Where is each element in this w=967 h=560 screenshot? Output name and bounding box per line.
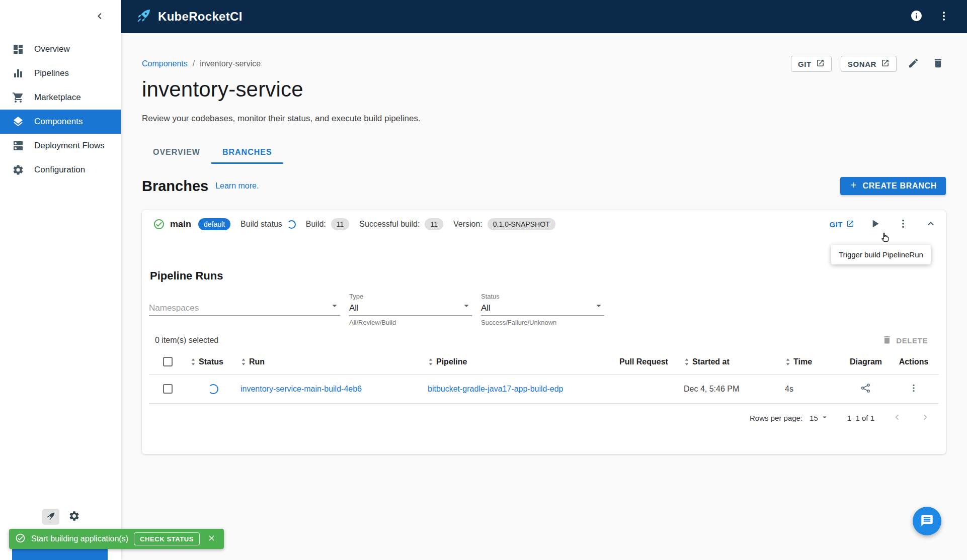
page-subtitle: Review your codebases, monitor their sta… xyxy=(142,114,946,124)
topbar-menu-button[interactable] xyxy=(936,8,952,26)
breadcrumb-separator: / xyxy=(193,59,195,68)
sonar-button-label: SONAR xyxy=(848,60,876,68)
branches-heading: Branches xyxy=(142,178,208,195)
previous-page-button[interactable] xyxy=(890,410,905,426)
gear-icon xyxy=(12,164,24,176)
sidebar-item-configuration[interactable]: Configuration xyxy=(0,158,121,182)
sidebar-item-label: Configuration xyxy=(34,165,85,175)
tab-branches[interactable]: BRANCHES xyxy=(211,142,283,164)
version-label: Version: xyxy=(453,220,482,229)
column-pipeline[interactable]: Pipeline xyxy=(426,357,614,366)
git-button[interactable]: GIT xyxy=(791,56,832,72)
build-count-chip: 11 xyxy=(331,218,350,230)
create-branch-button[interactable]: CREATE BRANCH xyxy=(840,177,946,195)
namespaces-select[interactable]: Namespaces xyxy=(149,301,340,316)
sidebar-item-overview[interactable]: Overview xyxy=(0,37,121,61)
sidebar-item-marketplace[interactable]: Marketplace xyxy=(0,85,121,110)
type-filter-value: All xyxy=(349,303,359,313)
column-diagram: Diagram xyxy=(843,357,889,366)
type-filter-helper: All/Review/Build xyxy=(349,319,472,326)
page-title: inventory-service xyxy=(142,77,946,102)
time-cell: 4s xyxy=(785,385,793,394)
type-filter: Type All All/Review/Build xyxy=(349,293,472,326)
sidebar-nav: Overview Pipelines Marketplace Component… xyxy=(0,33,121,182)
select-all-checkbox[interactable] xyxy=(163,357,173,366)
column-status[interactable]: Status xyxy=(184,357,234,366)
pipeline-link[interactable]: bitbucket-gradle-java17-app-build-edp xyxy=(428,385,563,394)
breadcrumb: Components / inventory-service xyxy=(142,59,261,68)
overview-icon xyxy=(12,43,24,55)
sidebar-item-deployment-flows[interactable]: Deployment Flows xyxy=(0,134,121,158)
check-status-button[interactable]: CHECK STATUS xyxy=(134,532,200,545)
delete-component-button[interactable] xyxy=(930,55,946,72)
pipeline-run-link[interactable]: inventory-service-main-build-4eb6 xyxy=(240,385,362,394)
rocket-icon xyxy=(46,511,56,523)
chat-fab-button[interactable] xyxy=(913,507,941,535)
close-icon xyxy=(207,534,216,544)
info-icon xyxy=(910,10,923,24)
successful-build-label: Successful build: xyxy=(359,220,420,229)
info-button[interactable] xyxy=(908,8,925,26)
row-actions-button[interactable] xyxy=(907,381,921,397)
type-select[interactable]: All xyxy=(349,301,472,316)
check-circle-icon xyxy=(153,218,165,230)
sidebar-tools xyxy=(42,508,82,525)
selection-count-text: 0 item(s) selected xyxy=(155,336,218,345)
tabs: OVERVIEW BRANCHES xyxy=(142,142,946,164)
status-filter: Status All Success/Failure/Unknown xyxy=(481,293,604,326)
chevron-right-icon xyxy=(920,412,931,424)
sidebar-collapse-button[interactable] xyxy=(92,8,108,26)
build-label: Build: xyxy=(306,220,326,229)
breadcrumb-components-link[interactable]: Components xyxy=(142,59,188,68)
table-header: Status Run Pipeline Pull Request xyxy=(149,349,939,375)
kebab-menu-icon xyxy=(938,10,950,24)
branch-git-link[interactable]: GIT xyxy=(830,220,855,229)
diagram-button[interactable] xyxy=(858,381,873,397)
started-at-cell: Dec 4, 5:46 PM xyxy=(684,385,739,394)
app-window: KubeRocketCI xyxy=(0,0,967,560)
pagination-range: 1–1 of 1 xyxy=(847,414,874,422)
branch-row: main default Build status Build: 11 Succ… xyxy=(142,210,946,238)
branch-menu-button[interactable] xyxy=(896,216,911,233)
collapse-branch-button[interactable] xyxy=(923,216,939,233)
next-page-button[interactable] xyxy=(918,410,933,426)
dropdown-caret-icon xyxy=(461,300,472,313)
delete-selected-button[interactable]: DELETE xyxy=(882,335,928,346)
sort-icon xyxy=(684,358,690,366)
edit-component-button[interactable] xyxy=(906,55,921,72)
learn-more-link[interactable]: Learn more. xyxy=(215,181,259,191)
plus-icon xyxy=(849,180,858,192)
table-pagination: Rows per page: 15 1–1 of 1 xyxy=(149,404,939,432)
trigger-build-button[interactable] xyxy=(866,215,883,234)
snackbar: Start building application(s) CHECK STAT… xyxy=(9,529,224,549)
headlamp-settings-button[interactable] xyxy=(66,508,82,525)
rows-per-page-select[interactable]: 15 xyxy=(810,413,829,423)
create-branch-label: CREATE BRANCH xyxy=(863,181,937,191)
branch-card: main default Build status Build: 11 Succ… xyxy=(142,210,946,454)
rocket-theme-toggle[interactable] xyxy=(42,509,59,525)
play-icon xyxy=(868,217,881,232)
pipeline-runs-section: Pipeline Runs Namespaces Type xyxy=(142,269,946,432)
cutoff-bottom-button[interactable] xyxy=(12,548,108,560)
column-started-at[interactable]: Started at xyxy=(680,357,778,366)
deployment-flows-icon xyxy=(12,140,24,152)
sidebar-item-components[interactable]: Components xyxy=(0,110,121,134)
sort-icon xyxy=(190,358,196,366)
sidebar-item-label: Components xyxy=(34,117,83,127)
tab-overview[interactable]: OVERVIEW xyxy=(142,142,211,164)
column-actions: Actions xyxy=(889,357,939,366)
sort-icon xyxy=(428,358,434,366)
sonar-button[interactable]: SONAR xyxy=(841,56,897,72)
column-run[interactable]: Run xyxy=(234,357,426,366)
table-row: inventory-service-main-build-4eb6 bitbuc… xyxy=(149,375,939,404)
row-checkbox[interactable] xyxy=(163,384,173,394)
status-select[interactable]: All xyxy=(481,301,604,316)
snackbar-close-button[interactable] xyxy=(205,532,218,546)
topbar: KubeRocketCI xyxy=(121,0,967,33)
namespaces-placeholder: Namespaces xyxy=(149,303,199,313)
build-status-label: Build status xyxy=(240,220,282,229)
column-time[interactable]: Time xyxy=(778,357,843,366)
diagram-icon xyxy=(860,383,871,395)
sidebar-item-pipelines[interactable]: Pipelines xyxy=(0,61,121,85)
app-title: KubeRocketCI xyxy=(158,10,243,24)
